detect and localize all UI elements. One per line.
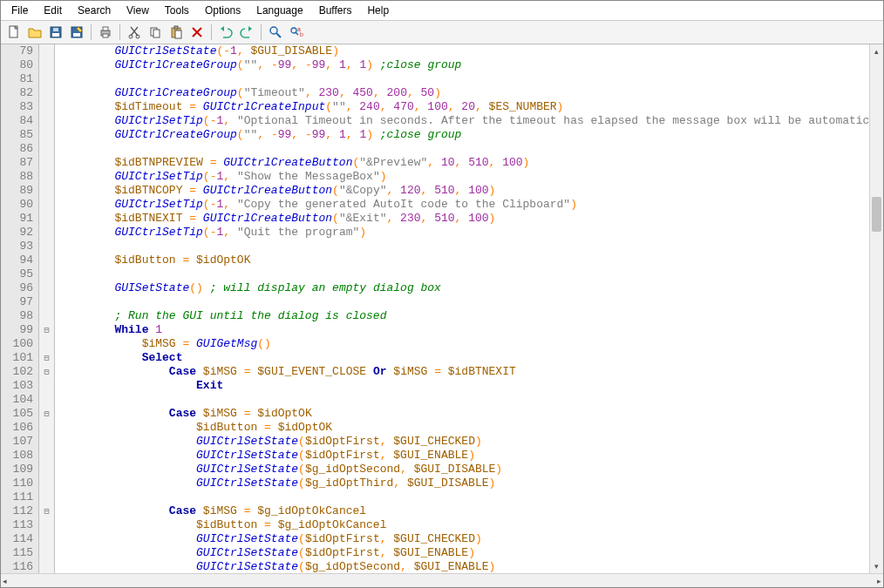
svg-rect-15 bbox=[174, 26, 178, 29]
svg-line-22 bbox=[296, 32, 298, 35]
copy-icon[interactable] bbox=[146, 23, 165, 42]
svg-rect-6 bbox=[73, 33, 80, 37]
scrollbar-thumb[interactable] bbox=[872, 197, 881, 232]
cut-icon[interactable] bbox=[125, 23, 144, 42]
toolbar-separator bbox=[119, 24, 120, 40]
menu-help[interactable]: Help bbox=[360, 3, 396, 18]
svg-point-19 bbox=[270, 27, 277, 34]
scroll-up-icon[interactable]: ▴ bbox=[870, 44, 883, 58]
delete-icon[interactable] bbox=[187, 23, 207, 42]
open-file-icon[interactable] bbox=[25, 23, 44, 42]
menu-view[interactable]: View bbox=[119, 3, 156, 18]
code-editor[interactable]: 7980818283848586878889909192939495969798… bbox=[1, 44, 883, 573]
svg-rect-4 bbox=[53, 28, 58, 31]
toolbar-separator bbox=[211, 24, 212, 40]
fold-gutter[interactable]: ⊟⊟⊟⊟⊟ bbox=[39, 44, 55, 573]
toolbar: ab bbox=[1, 21, 883, 44]
menubar: File Edit Search View Tools Options Lang… bbox=[1, 1, 883, 21]
svg-rect-8 bbox=[103, 27, 108, 30]
redo-icon[interactable] bbox=[237, 23, 256, 42]
svg-rect-9 bbox=[103, 34, 108, 37]
vertical-scrollbar[interactable]: ▴ ▾ bbox=[869, 44, 883, 573]
paste-icon[interactable] bbox=[167, 23, 186, 42]
save-file-icon[interactable] bbox=[46, 23, 65, 42]
find-icon[interactable] bbox=[266, 23, 285, 42]
menu-file[interactable]: File bbox=[4, 3, 35, 18]
menu-tools[interactable]: Tools bbox=[158, 3, 196, 18]
undo-icon[interactable] bbox=[216, 23, 235, 42]
svg-rect-3 bbox=[52, 33, 59, 37]
new-file-icon[interactable] bbox=[4, 23, 24, 42]
svg-marker-17 bbox=[221, 26, 224, 31]
code-area[interactable]: GUICtrlSetState(-1, $GUI_DISABLE) GUICtr… bbox=[55, 44, 883, 573]
save-as-icon[interactable] bbox=[67, 23, 86, 42]
svg-line-20 bbox=[276, 33, 281, 37]
scroll-right-icon[interactable]: ▸ bbox=[877, 577, 881, 585]
replace-icon[interactable]: ab bbox=[287, 23, 306, 42]
menu-edit[interactable]: Edit bbox=[37, 3, 69, 18]
toolbar-separator bbox=[91, 24, 92, 40]
toolbar-separator bbox=[261, 24, 262, 40]
menu-search[interactable]: Search bbox=[71, 3, 118, 18]
line-number-gutter: 7980818283848586878889909192939495969798… bbox=[1, 44, 39, 573]
scroll-left-icon[interactable]: ◂ bbox=[3, 577, 7, 585]
menu-buffers[interactable]: Buffers bbox=[312, 3, 359, 18]
svg-rect-13 bbox=[153, 30, 160, 37]
editor-window: File Edit Search View Tools Options Lang… bbox=[0, 0, 884, 588]
svg-marker-18 bbox=[248, 26, 252, 31]
menu-options[interactable]: Options bbox=[198, 3, 248, 18]
svg-text:b: b bbox=[300, 31, 303, 37]
print-icon[interactable] bbox=[96, 23, 115, 42]
horizontal-scrollbar[interactable]: ◂ ▸ bbox=[1, 573, 883, 587]
svg-rect-16 bbox=[175, 30, 181, 38]
scroll-down-icon[interactable]: ▾ bbox=[870, 559, 883, 573]
menu-language[interactable]: Language bbox=[249, 3, 309, 18]
